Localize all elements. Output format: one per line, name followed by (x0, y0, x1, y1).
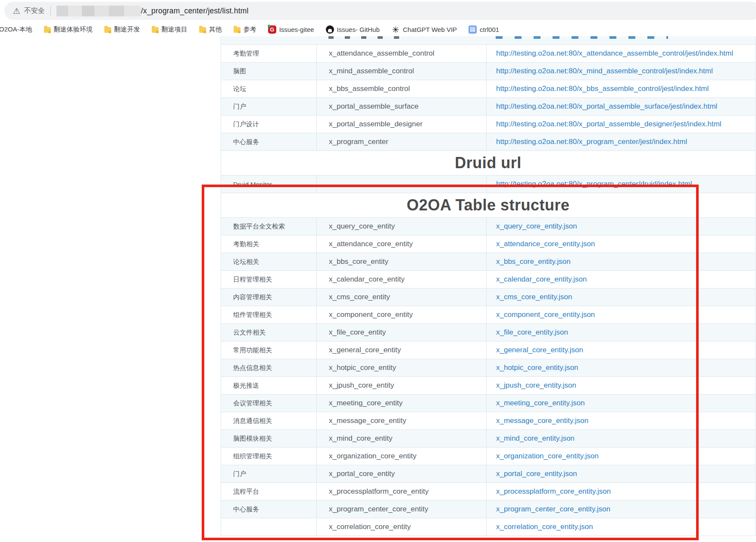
bookmark-folder-experience-env[interactable]: 翻途体验环境 (44, 25, 93, 34)
entity-id: x_attendance_core_entity (316, 235, 486, 253)
bookmark-label: 翻途开发 (114, 25, 140, 34)
entity-id: x_portal_core_entity (316, 465, 486, 482)
app-label: 论坛 (221, 80, 316, 97)
table-row: 门户 x_portal_core_entity x_portal_core_en… (221, 465, 755, 483)
entity-json-link[interactable]: x_correlation_core_entity.json (496, 523, 593, 531)
entity-json-link[interactable]: x_cms_core_entity.json (496, 293, 572, 301)
jest-index-link[interactable]: http://testing.o2oa.net:80/x_attendance_… (496, 49, 733, 58)
clipped-link-fragment (496, 36, 668, 39)
folder-icon (199, 27, 206, 33)
entity-label (221, 518, 316, 536)
entity-label: 极光推送 (221, 377, 316, 394)
entity-json-link[interactable]: x_attendance_core_entity.json (496, 240, 595, 248)
table-row: 门户设计 x_portal_assemble_designer http://t… (221, 116, 755, 133)
entity-json-link[interactable]: x_component_core_entity.json (496, 310, 595, 319)
entity-label: 组织管理相关 (221, 448, 316, 465)
entity-json-link[interactable]: x_calendar_core_entity.json (496, 275, 587, 284)
bookmark-label: 翻途项目 (162, 25, 187, 34)
app-label: 脑图 (221, 63, 316, 80)
entity-label: 热点信息相关 (221, 359, 316, 376)
app-label: 门户设计 (221, 116, 316, 133)
bookmark-label: ctrl001 (480, 26, 499, 33)
entity-label: 常用功能相关 (221, 341, 316, 359)
bookmark-issues-gitee[interactable]: Issues-gitee (268, 25, 314, 34)
entity-id: x_correlation_core_entity (316, 518, 486, 536)
jest-index-link[interactable]: http://testing.o2oa.net:80/x_mind_assemb… (496, 67, 713, 75)
druid-section-title: Druid url (221, 151, 755, 175)
entity-json-link[interactable]: x_program_center_core_entity.json (496, 505, 610, 514)
jest-index-link[interactable]: http://testing.o2oa.net:80/x_bbs_assembl… (496, 85, 709, 93)
entity-json-link[interactable]: x_meeting_core_entity.json (496, 399, 585, 407)
entity-id: x_bbs_core_entity (316, 253, 486, 270)
url-path-text: /x_program_center/jest/list.html (141, 6, 249, 16)
app-id: x_mind_assemble_control (316, 63, 486, 80)
entity-label: 内容管理相关 (221, 288, 316, 306)
bookmark-ctrl001[interactable]: ctrl001 (469, 25, 499, 34)
table-row: 会议管理相关 x_meeting_core_entity x_meeting_c… (221, 395, 755, 412)
table-row: x_correlation_core_entity x_correlation_… (221, 518, 755, 536)
entity-json-link[interactable]: x_file_core_entity.json (496, 328, 568, 337)
entity-id: x_hotpic_core_entity (316, 359, 486, 376)
entity-json-link[interactable]: x_processplatform_core_entity.json (496, 487, 611, 496)
bookmark-issues-github[interactable]: Issues- GitHub (326, 25, 380, 34)
jest-index-link[interactable]: http://testing.o2oa.net:80/x_portal_asse… (496, 102, 717, 111)
entity-label: 云文件相关 (221, 324, 316, 341)
entity-json-link[interactable]: x_message_core_entity.json (496, 417, 588, 425)
entity-json-link[interactable]: x_jpush_core_entity.json (496, 381, 576, 390)
entity-id: x_component_core_entity (316, 306, 486, 323)
entity-json-link[interactable]: x_hotpic_core_entity.json (496, 363, 578, 372)
table-row: 云文件相关 x_file_core_entity x_file_core_ent… (221, 324, 755, 341)
entity-json-link[interactable]: x_bbs_core_entity.json (496, 257, 571, 266)
bookmark-label: O2OA-本地 (0, 25, 32, 34)
app-id: x_bbs_assemble_control (316, 80, 486, 97)
entity-label: 论坛相关 (221, 253, 316, 270)
bookmark-label: Issues-gitee (279, 26, 314, 33)
bookmark-chatgpt[interactable]: ChatGPT Web VIP (391, 25, 457, 34)
ctrl001-icon (469, 25, 477, 34)
entity-id: x_calendar_core_entity (316, 271, 486, 288)
bookmark-folder-project[interactable]: 翻途项目 (152, 25, 187, 34)
table-row: 数据平台全文检索 x_query_core_entity x_query_cor… (221, 218, 755, 235)
table-row: 流程平台 x_processplatform_core_entity x_pro… (221, 483, 755, 501)
structure-section-title: O2OA Table structure (221, 193, 755, 218)
entity-label: 数据平台全文检索 (221, 218, 316, 235)
entity-json-link[interactable]: x_organization_core_entity.json (496, 452, 599, 461)
jest-index-link[interactable]: http://testing.o2oa.net:80/x_portal_asse… (496, 120, 722, 128)
table-row: 组件管理相关 x_component_core_entity x_compone… (221, 306, 755, 324)
table-row: 论坛相关 x_bbs_core_entity x_bbs_core_entity… (221, 253, 755, 271)
bookmark-o2oa-local[interactable]: O2OA-本地 (0, 25, 32, 34)
app-id: x_portal_assemble_designer (316, 116, 486, 133)
table-row: 论坛 x_bbs_assemble_control http://testing… (221, 80, 755, 98)
entity-json-link[interactable]: x_general_core_entity.json (496, 346, 583, 354)
gitee-icon (268, 25, 276, 34)
app-id (316, 175, 486, 193)
entity-json-link[interactable]: x_mind_core_entity.json (496, 434, 575, 443)
jest-index-link[interactable]: http://testing.o2oa.net:80/x_program_cen… (496, 138, 687, 146)
clipped-text-fragment (328, 36, 410, 39)
entity-id: x_cms_core_entity (316, 288, 486, 306)
folder-icon (104, 27, 111, 33)
bookmark-folder-reference[interactable]: 参考 (234, 25, 256, 34)
table-row: 消息通信相关 x_message_core_entity x_message_c… (221, 412, 755, 430)
folder-icon (152, 27, 159, 33)
bookmark-folder-other[interactable]: 其他 (199, 25, 222, 34)
browser-url-bar: 不安全 /x_program_center/jest/list.html (0, 0, 756, 22)
entity-id: x_file_core_entity (316, 324, 486, 341)
entity-label: 流程平台 (221, 483, 316, 500)
entity-id: x_meeting_core_entity (316, 395, 486, 412)
not-secure-warning-icon[interactable] (13, 7, 20, 15)
druid-monitor-link[interactable]: http://testing.o2oa.net:80/x_program_cen… (496, 180, 692, 188)
app-label: Druid Monitor (221, 175, 316, 193)
entity-json-link[interactable]: x_portal_core_entity.json (496, 470, 577, 478)
table-row: 日程管理相关 x_calendar_core_entity x_calendar… (221, 271, 755, 288)
table-row-druid-monitor: Druid Monitor http://testing.o2oa.net:80… (221, 175, 755, 193)
entity-json-link[interactable]: x_query_core_entity.json (496, 222, 577, 231)
table-row: 门户 x_portal_assemble_surface http://test… (221, 98, 755, 116)
bookmark-label: ChatGPT Web VIP (403, 26, 457, 33)
bookmark-folder-dev[interactable]: 翻途开发 (104, 25, 140, 34)
address-bar[interactable]: 不安全 /x_program_center/jest/list.html (4, 2, 756, 20)
entity-id: x_general_core_entity (316, 341, 486, 359)
entity-label: 消息通信相关 (221, 412, 316, 429)
chatgpt-icon (391, 25, 400, 34)
table-row: 脑图模块相关 x_mind_core_entity x_mind_core_en… (221, 430, 755, 448)
